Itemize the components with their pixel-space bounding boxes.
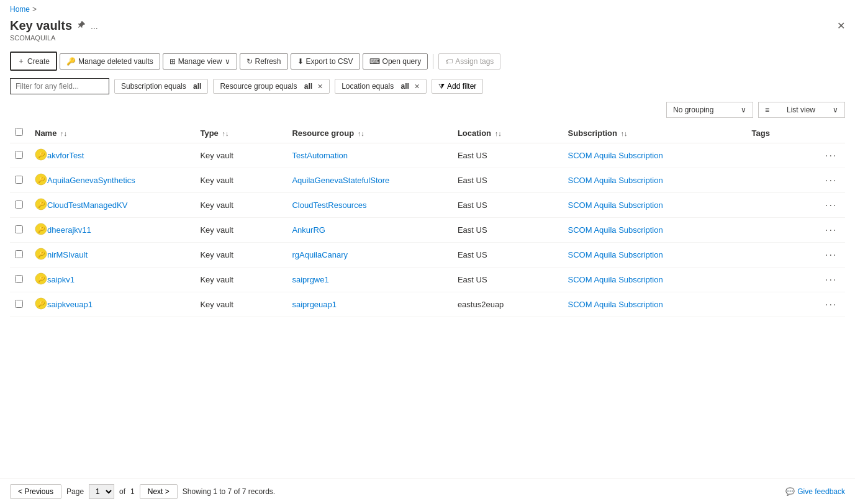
- resource-name-link[interactable]: saipkveuap1: [47, 300, 93, 309]
- row-checkbox[interactable]: [15, 225, 23, 233]
- home-link[interactable]: Home: [10, 5, 30, 14]
- row-type: Key vault: [195, 143, 287, 168]
- grouping-dropdown[interactable]: No grouping ∨: [666, 102, 753, 118]
- rg-sort-icon: ↑↓: [358, 130, 364, 137]
- filter-icon: ⧩: [438, 82, 445, 91]
- previous-button[interactable]: < Previous: [10, 484, 61, 499]
- col-location[interactable]: Location ↑↓: [453, 123, 563, 143]
- col-type[interactable]: Type ↑↓: [195, 123, 287, 143]
- manage-view-label: Manage view: [178, 57, 222, 66]
- col-subscription[interactable]: Subscription ↑↓: [563, 123, 747, 143]
- col-resource-group[interactable]: Resource group ↑↓: [287, 123, 452, 143]
- list-view-icon: ≡: [765, 106, 769, 114]
- close-icon[interactable]: ✕: [837, 20, 845, 32]
- manage-view-button[interactable]: ⊞ Manage view ∨: [163, 53, 237, 70]
- resource-name-link[interactable]: akvforTest: [47, 151, 84, 160]
- row-checkbox[interactable]: [15, 300, 23, 308]
- page-subtitle: SCOMAQUILA: [10, 34, 845, 42]
- row-actions-button[interactable]: ···: [825, 225, 837, 235]
- of-value: 1: [130, 487, 135, 496]
- row-actions-button[interactable]: ···: [825, 150, 837, 161]
- svg-text:🔑: 🔑: [37, 250, 45, 258]
- subscription-link[interactable]: SCOM Aquila Subscription: [568, 200, 663, 210]
- table-row: 🔑 nirMSIvault Key vaultrgAquilaCanaryEas…: [10, 243, 845, 268]
- subscription-link[interactable]: SCOM Aquila Subscription: [568, 250, 663, 259]
- resource-name-link[interactable]: CloudTestManagedKV: [47, 200, 127, 210]
- row-actions-button[interactable]: ···: [825, 250, 837, 260]
- filter-input[interactable]: [10, 78, 109, 94]
- subscription-chip-value: all: [193, 82, 201, 91]
- page-header: Key vaults ... ✕ SCOMAQUILA: [0, 19, 855, 47]
- page-label: Page: [66, 487, 84, 496]
- subscription-link[interactable]: SCOM Aquila Subscription: [568, 300, 663, 309]
- resource-group-link[interactable]: saiprgeuap1: [292, 300, 337, 309]
- showing-text: Showing 1 to 7 of 7 records.: [183, 487, 275, 496]
- create-button[interactable]: ＋ Create: [10, 52, 57, 71]
- row-type: Key vault: [195, 218, 287, 243]
- page-select[interactable]: 1: [89, 484, 114, 499]
- sub-sort-icon: ↑↓: [621, 130, 628, 137]
- svg-text:🔑: 🔑: [37, 275, 45, 283]
- row-type: Key vault: [195, 243, 287, 268]
- refresh-button[interactable]: ↻ Refresh: [240, 53, 288, 70]
- resource-group-link[interactable]: TestAutomation: [292, 151, 348, 160]
- svg-text:🔑: 🔑: [37, 300, 45, 308]
- select-all-checkbox[interactable]: [15, 128, 23, 136]
- resource-name-link[interactable]: nirMSIvault: [47, 250, 88, 259]
- more-icon[interactable]: ...: [91, 21, 98, 31]
- row-checkbox[interactable]: [15, 200, 23, 209]
- subscription-link[interactable]: SCOM Aquila Subscription: [568, 275, 663, 284]
- resource-group-chip-label: Resource group equals: [220, 82, 297, 91]
- row-checkbox[interactable]: [15, 275, 23, 283]
- col-actions: [820, 123, 845, 143]
- pin-icon[interactable]: [77, 20, 86, 31]
- open-query-button[interactable]: ⌨ Open query: [363, 53, 428, 70]
- row-tags: [747, 292, 820, 317]
- resource-name-link[interactable]: AquilaGenevaSynthetics: [47, 176, 135, 185]
- row-checkbox[interactable]: [15, 250, 23, 258]
- next-button[interactable]: Next >: [140, 484, 178, 499]
- feedback-link[interactable]: 💬 Give feedback: [785, 487, 845, 496]
- list-view-dropdown[interactable]: ≡ List view ∨: [758, 102, 845, 118]
- row-location: East US: [453, 218, 563, 243]
- row-tags: [747, 143, 820, 168]
- resource-group-link[interactable]: AnkurRG: [292, 225, 325, 235]
- list-view-chevron-icon: ∨: [833, 106, 838, 114]
- subscription-link[interactable]: SCOM Aquila Subscription: [568, 176, 663, 185]
- assign-tags-button[interactable]: 🏷 Assign tags: [438, 53, 500, 70]
- col-name[interactable]: Name ↑↓: [30, 123, 195, 143]
- key-vault-icon: 🔑: [35, 198, 47, 212]
- export-csv-button[interactable]: ⬇ Export to CSV: [291, 53, 360, 70]
- row-actions-button[interactable]: ···: [825, 175, 837, 186]
- add-filter-button[interactable]: ⧩ Add filter: [432, 79, 483, 94]
- resource-group-link[interactable]: saiprgwe1: [292, 275, 328, 284]
- resource-name-link[interactable]: dheerajkv11: [47, 225, 91, 235]
- row-actions-button[interactable]: ···: [825, 299, 837, 310]
- row-actions-button[interactable]: ···: [825, 274, 837, 285]
- row-checkbox[interactable]: [15, 176, 23, 184]
- row-checkbox[interactable]: [15, 151, 23, 159]
- resource-group-filter-chip[interactable]: Resource group equals all ✕: [213, 79, 330, 94]
- breadcrumb: Home >: [0, 0, 855, 19]
- resource-group-link[interactable]: rgAquilaCanary: [292, 250, 348, 259]
- filter-bar: Subscription equals all Resource group e…: [0, 76, 855, 99]
- svg-text:🔑: 🔑: [37, 225, 45, 233]
- row-location: East US: [453, 243, 563, 268]
- resource-group-chip-value: all: [304, 82, 312, 91]
- location-filter-chip[interactable]: Location equals all ✕: [335, 79, 427, 94]
- table-row: 🔑 saipkveuap1 Key vaultsaiprgeuap1eastus…: [10, 292, 845, 317]
- location-chip-close[interactable]: ✕: [414, 83, 420, 91]
- row-tags: [747, 218, 820, 243]
- key-vault-icon: 🔑: [35, 173, 47, 187]
- subscription-link[interactable]: SCOM Aquila Subscription: [568, 225, 663, 235]
- resource-group-link[interactable]: AquilaGenevaStatefulStore: [292, 176, 389, 185]
- resource-group-chip-close[interactable]: ✕: [317, 83, 323, 91]
- row-location: East US: [453, 168, 563, 193]
- subscription-link[interactable]: SCOM Aquila Subscription: [568, 151, 663, 160]
- toolbar: ＋ Create 🔑 Manage deleted vaults ⊞ Manag…: [0, 47, 855, 76]
- resource-name-link[interactable]: saipkv1: [47, 275, 75, 284]
- subscription-filter-chip[interactable]: Subscription equals all: [114, 79, 208, 94]
- resource-group-link[interactable]: CloudTestResources: [292, 200, 366, 210]
- row-actions-button[interactable]: ···: [825, 200, 837, 210]
- manage-deleted-button[interactable]: 🔑 Manage deleted vaults: [60, 53, 160, 70]
